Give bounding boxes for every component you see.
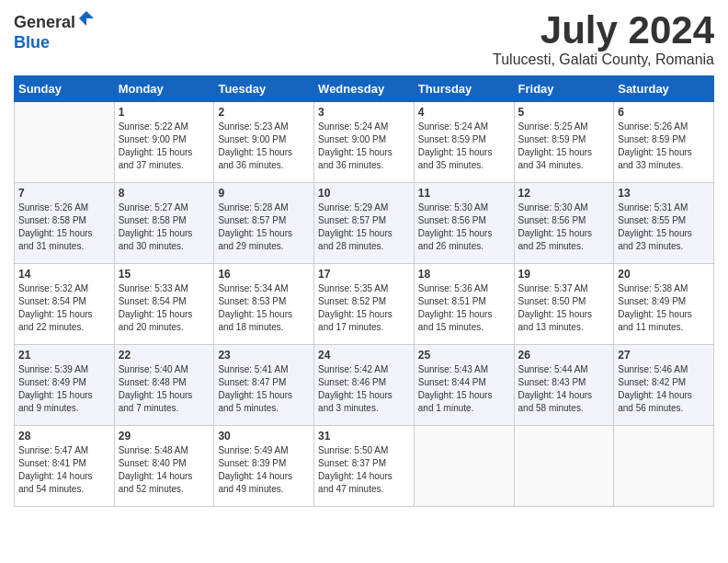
day-info: Sunrise: 5:48 AMSunset: 8:40 PMDaylight:… [119, 444, 210, 496]
calendar-header-row: SundayMondayTuesdayWednesdayThursdayFrid… [15, 76, 714, 102]
calendar-cell: 24Sunrise: 5:42 AMSunset: 8:46 PMDayligh… [314, 345, 415, 426]
calendar-week-row: 21Sunrise: 5:39 AMSunset: 8:49 PMDayligh… [15, 345, 714, 426]
calendar-cell: 26Sunrise: 5:44 AMSunset: 8:43 PMDayligh… [514, 345, 614, 426]
calendar-cell: 14Sunrise: 5:32 AMSunset: 8:54 PMDayligh… [15, 264, 115, 345]
weekday-header-wednesday: Wednesday [314, 76, 415, 102]
calendar-cell: 17Sunrise: 5:35 AMSunset: 8:52 PMDayligh… [314, 264, 415, 345]
calendar-table: SundayMondayTuesdayWednesdayThursdayFrid… [14, 75, 714, 507]
day-number: 13 [618, 187, 710, 200]
day-info: Sunrise: 5:44 AMSunset: 8:43 PMDaylight:… [518, 363, 610, 415]
day-info: Sunrise: 5:26 AMSunset: 8:59 PMDaylight:… [618, 121, 710, 172]
day-info: Sunrise: 5:23 AMSunset: 9:00 PMDaylight:… [218, 121, 310, 172]
weekday-header-sunday: Sunday [15, 76, 115, 102]
day-number: 1 [119, 106, 210, 119]
title-block: July 2024 Tulucesti, Galati County, Roma… [493, 9, 714, 68]
calendar-week-row: 1Sunrise: 5:22 AMSunset: 9:00 PMDaylight… [15, 102, 714, 183]
calendar-cell [414, 426, 514, 507]
day-number: 23 [218, 349, 310, 362]
day-number: 4 [418, 106, 510, 119]
weekday-header-monday: Monday [114, 76, 214, 102]
logo-general-text: General [14, 13, 75, 31]
location-title: Tulucesti, Galati County, Romania [493, 52, 714, 68]
day-info: Sunrise: 5:40 AMSunset: 8:48 PMDaylight:… [119, 363, 210, 415]
day-number: 10 [318, 187, 410, 200]
day-number: 22 [119, 349, 210, 362]
calendar-cell: 4Sunrise: 5:24 AMSunset: 8:59 PMDaylight… [414, 102, 514, 183]
day-number: 19 [518, 268, 610, 281]
day-info: Sunrise: 5:26 AMSunset: 8:58 PMDaylight:… [18, 201, 110, 253]
day-number: 9 [218, 187, 310, 200]
weekday-header-thursday: Thursday [414, 76, 514, 102]
day-info: Sunrise: 5:28 AMSunset: 8:57 PMDaylight:… [218, 201, 310, 253]
day-info: Sunrise: 5:29 AMSunset: 8:57 PMDaylight:… [318, 201, 410, 253]
day-info: Sunrise: 5:46 AMSunset: 8:42 PMDaylight:… [618, 363, 710, 415]
day-info: Sunrise: 5:24 AMSunset: 9:00 PMDaylight:… [318, 121, 410, 172]
calendar-cell: 2Sunrise: 5:23 AMSunset: 9:00 PMDaylight… [214, 102, 314, 183]
day-info: Sunrise: 5:32 AMSunset: 8:54 PMDaylight:… [18, 282, 110, 334]
calendar-cell: 8Sunrise: 5:27 AMSunset: 8:58 PMDaylight… [114, 183, 214, 264]
weekday-header-saturday: Saturday [614, 76, 714, 102]
calendar-cell: 5Sunrise: 5:25 AMSunset: 8:59 PMDaylight… [514, 102, 614, 183]
day-number: 25 [418, 349, 510, 362]
svg-marker-0 [79, 11, 94, 26]
logo-blue-text: Blue [14, 33, 50, 52]
calendar-cell: 23Sunrise: 5:41 AMSunset: 8:47 PMDayligh… [214, 345, 314, 426]
day-number: 28 [18, 430, 110, 442]
day-number: 3 [318, 106, 410, 119]
day-number: 24 [318, 349, 410, 362]
day-info: Sunrise: 5:50 AMSunset: 8:37 PMDaylight:… [318, 444, 410, 496]
calendar-week-row: 28Sunrise: 5:47 AMSunset: 8:41 PMDayligh… [15, 426, 714, 507]
day-info: Sunrise: 5:35 AMSunset: 8:52 PMDaylight:… [318, 282, 410, 334]
calendar-cell: 20Sunrise: 5:38 AMSunset: 8:49 PMDayligh… [614, 264, 714, 345]
calendar-cell [614, 426, 714, 507]
day-number: 20 [618, 268, 710, 281]
day-info: Sunrise: 5:37 AMSunset: 8:50 PMDaylight:… [518, 282, 610, 334]
day-number: 30 [218, 430, 310, 442]
day-number: 17 [318, 268, 410, 281]
calendar-cell [514, 426, 614, 507]
day-info: Sunrise: 5:49 AMSunset: 8:39 PMDaylight:… [218, 444, 310, 496]
day-info: Sunrise: 5:27 AMSunset: 8:58 PMDaylight:… [119, 201, 210, 253]
day-info: Sunrise: 5:36 AMSunset: 8:51 PMDaylight:… [418, 282, 510, 334]
calendar-week-row: 14Sunrise: 5:32 AMSunset: 8:54 PMDayligh… [15, 264, 714, 345]
calendar-cell: 10Sunrise: 5:29 AMSunset: 8:57 PMDayligh… [314, 183, 415, 264]
calendar-cell: 15Sunrise: 5:33 AMSunset: 8:54 PMDayligh… [114, 264, 214, 345]
calendar-cell: 6Sunrise: 5:26 AMSunset: 8:59 PMDaylight… [614, 102, 714, 183]
day-number: 15 [119, 268, 210, 281]
calendar-cell: 19Sunrise: 5:37 AMSunset: 8:50 PMDayligh… [514, 264, 614, 345]
month-title: July 2024 [493, 9, 714, 52]
calendar-cell: 21Sunrise: 5:39 AMSunset: 8:49 PMDayligh… [15, 345, 115, 426]
calendar-cell: 25Sunrise: 5:43 AMSunset: 8:44 PMDayligh… [414, 345, 514, 426]
day-number: 21 [18, 349, 110, 362]
day-number: 27 [618, 349, 710, 362]
day-info: Sunrise: 5:25 AMSunset: 8:59 PMDaylight:… [518, 121, 610, 172]
calendar-cell: 27Sunrise: 5:46 AMSunset: 8:42 PMDayligh… [614, 345, 714, 426]
day-number: 6 [618, 106, 710, 119]
day-number: 11 [418, 187, 510, 200]
calendar-cell: 11Sunrise: 5:30 AMSunset: 8:56 PMDayligh… [414, 183, 514, 264]
day-info: Sunrise: 5:47 AMSunset: 8:41 PMDaylight:… [18, 444, 110, 496]
page-header: General Blue July 2024 Tulucesti, Galati… [14, 9, 714, 68]
calendar-cell: 30Sunrise: 5:49 AMSunset: 8:39 PMDayligh… [214, 426, 314, 507]
day-info: Sunrise: 5:22 AMSunset: 9:00 PMDaylight:… [119, 121, 210, 172]
calendar-cell: 7Sunrise: 5:26 AMSunset: 8:58 PMDaylight… [15, 183, 115, 264]
calendar-cell: 28Sunrise: 5:47 AMSunset: 8:41 PMDayligh… [15, 426, 115, 507]
day-info: Sunrise: 5:42 AMSunset: 8:46 PMDaylight:… [318, 363, 410, 415]
day-number: 29 [119, 430, 210, 442]
day-info: Sunrise: 5:30 AMSunset: 8:56 PMDaylight:… [518, 201, 610, 253]
day-info: Sunrise: 5:24 AMSunset: 8:59 PMDaylight:… [418, 121, 510, 172]
day-number: 18 [418, 268, 510, 281]
calendar-cell: 12Sunrise: 5:30 AMSunset: 8:56 PMDayligh… [514, 183, 614, 264]
day-info: Sunrise: 5:34 AMSunset: 8:53 PMDaylight:… [218, 282, 310, 334]
logo: General Blue [14, 9, 96, 52]
day-number: 26 [518, 349, 610, 362]
day-info: Sunrise: 5:41 AMSunset: 8:47 PMDaylight:… [218, 363, 310, 415]
calendar-cell: 22Sunrise: 5:40 AMSunset: 8:48 PMDayligh… [114, 345, 214, 426]
calendar-cell: 18Sunrise: 5:36 AMSunset: 8:51 PMDayligh… [414, 264, 514, 345]
calendar-cell: 9Sunrise: 5:28 AMSunset: 8:57 PMDaylight… [214, 183, 314, 264]
day-number: 2 [218, 106, 310, 119]
weekday-header-friday: Friday [514, 76, 614, 102]
logo-icon [77, 9, 96, 28]
calendar-week-row: 7Sunrise: 5:26 AMSunset: 8:58 PMDaylight… [15, 183, 714, 264]
day-info: Sunrise: 5:30 AMSunset: 8:56 PMDaylight:… [418, 201, 510, 253]
